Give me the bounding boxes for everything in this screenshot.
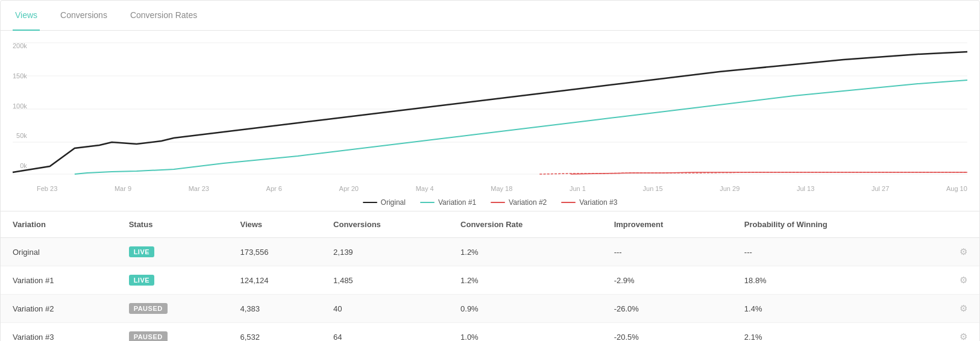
cell-variation: Original — [1, 238, 117, 266]
x-label-apr20: Apr 20 — [339, 185, 359, 192]
table-row: Variation #1 LIVE 124,124 1,485 1.2% -2.… — [1, 266, 979, 295]
cell-conversions: 40 — [321, 295, 448, 323]
original-line — [13, 52, 967, 172]
cell-improvement: -2.9% — [602, 266, 732, 295]
tab-conversions[interactable]: Conversions — [58, 1, 110, 31]
cell-status: PAUSED — [117, 295, 228, 323]
cell-gear[interactable]: ⚙ — [923, 323, 979, 342]
cell-improvement: -20.5% — [602, 323, 732, 342]
x-label-may4: May 4 — [416, 185, 434, 192]
legend-variation3: Variation #3 — [561, 198, 617, 207]
x-label-jun15: Jun 15 — [643, 185, 663, 192]
cell-views: 124,124 — [228, 266, 321, 295]
legend-variation2: Variation #2 — [491, 198, 547, 207]
table-row: Variation #3 PAUSED 6,532 64 1.0% -20.5%… — [1, 323, 979, 342]
data-table-container: Variation Status Views Conversions Conve… — [1, 211, 979, 341]
legend-original: Original — [363, 198, 406, 207]
cell-status: LIVE — [117, 266, 228, 295]
cell-improvement: -26.0% — [602, 295, 732, 323]
col-header-views: Views — [228, 211, 321, 238]
data-table: Variation Status Views Conversions Conve… — [1, 211, 979, 341]
cell-variation: Variation #1 — [1, 266, 117, 295]
line-chart — [13, 43, 967, 175]
cell-probability: 18.8% — [732, 266, 923, 295]
legend-variation2-line — [491, 202, 505, 203]
col-header-conversion-rate: Conversion Rate — [448, 211, 602, 238]
cell-conversion-rate: 1.0% — [448, 323, 602, 342]
x-label-aug10: Aug 10 — [946, 185, 967, 192]
cell-views: 173,556 — [228, 238, 321, 266]
table-row: Variation #2 PAUSED 4,383 40 0.9% -26.0%… — [1, 295, 979, 323]
cell-gear[interactable]: ⚙ — [923, 295, 979, 323]
legend-variation1: Variation #1 — [420, 198, 476, 207]
cell-conversions: 1,485 — [321, 266, 448, 295]
cell-conversion-rate: 1.2% — [448, 266, 602, 295]
y-label-50k: 50k — [13, 133, 27, 139]
gear-icon[interactable]: ⚙ — [960, 246, 967, 257]
col-header-improvement: Improvement — [602, 211, 732, 238]
cell-probability: 1.4% — [732, 295, 923, 323]
col-header-variation: Variation — [1, 211, 117, 238]
cell-status: LIVE — [117, 238, 228, 266]
y-label-150k: 150k — [13, 73, 27, 80]
gear-icon[interactable]: ⚙ — [960, 275, 967, 285]
main-container: Views Conversions Conversion Rates 200k … — [0, 0, 980, 341]
legend-variation1-label: Variation #1 — [438, 198, 476, 207]
legend-original-line — [363, 202, 377, 203]
chart-legend: Original Variation #1 Variation #2 Varia… — [13, 198, 967, 207]
col-header-conversions: Conversions — [321, 211, 448, 238]
cell-conversions: 64 — [321, 323, 448, 342]
x-axis: Feb 23 Mar 9 Mar 23 Apr 6 Apr 20 May 4 M… — [13, 183, 967, 192]
gear-icon[interactable]: ⚙ — [960, 331, 967, 341]
cell-status: PAUSED — [117, 323, 228, 342]
tab-bar: Views Conversions Conversion Rates — [1, 1, 979, 31]
x-label-jun1: Jun 1 — [570, 185, 586, 192]
cell-gear[interactable]: ⚙ — [923, 266, 979, 295]
cell-variation: Variation #2 — [1, 295, 117, 323]
cell-views: 4,383 — [228, 295, 321, 323]
x-label-jul27: Jul 27 — [872, 185, 889, 192]
y-label-100k: 100k — [13, 103, 27, 110]
col-header-actions — [923, 211, 979, 238]
status-badge: LIVE — [129, 275, 154, 286]
table-row: Original LIVE 173,556 2,139 1.2% --- ---… — [1, 238, 979, 266]
cell-conversion-rate: 0.9% — [448, 295, 602, 323]
legend-variation3-line — [561, 202, 576, 203]
x-label-apr6: Apr 6 — [266, 185, 282, 192]
x-label-may18: May 18 — [491, 185, 512, 192]
cell-probability: 2.1% — [732, 323, 923, 342]
status-badge: LIVE — [129, 246, 154, 257]
chart-container: 200k 150k 100k 50k 0k — [1, 31, 979, 211]
x-label-jun29: Jun 29 — [720, 185, 740, 192]
cell-gear[interactable]: ⚙ — [923, 238, 979, 266]
x-label-mar23: Mar 23 — [189, 185, 209, 192]
legend-variation2-label: Variation #2 — [509, 198, 547, 207]
status-badge: PAUSED — [129, 331, 168, 341]
col-header-status: Status — [117, 211, 228, 238]
cell-views: 6,532 — [228, 323, 321, 342]
y-label-0k: 0k — [13, 163, 27, 169]
y-label-200k: 200k — [13, 43, 27, 49]
tab-views[interactable]: Views — [13, 1, 40, 31]
x-label-feb23: Feb 23 — [37, 185, 57, 192]
col-header-probability: Probability of Winning — [732, 211, 923, 238]
cell-conversions: 2,139 — [321, 238, 448, 266]
cell-variation: Variation #3 — [1, 323, 117, 342]
cell-conversion-rate: 1.2% — [448, 238, 602, 266]
status-badge: PAUSED — [129, 303, 168, 314]
y-axis: 200k 150k 100k 50k 0k — [13, 43, 32, 169]
x-label-mar9: Mar 9 — [115, 185, 131, 192]
legend-variation3-label: Variation #3 — [579, 198, 617, 207]
cell-probability: --- — [732, 238, 923, 266]
gear-icon[interactable]: ⚙ — [960, 303, 967, 313]
cell-improvement: --- — [602, 238, 732, 266]
variation1-line — [75, 80, 967, 174]
tab-conversion-rates[interactable]: Conversion Rates — [128, 1, 199, 31]
legend-original-label: Original — [381, 198, 406, 207]
x-label-jul13: Jul 13 — [797, 185, 814, 192]
table-header-row: Variation Status Views Conversions Conve… — [1, 211, 979, 238]
legend-variation1-line — [420, 202, 435, 203]
